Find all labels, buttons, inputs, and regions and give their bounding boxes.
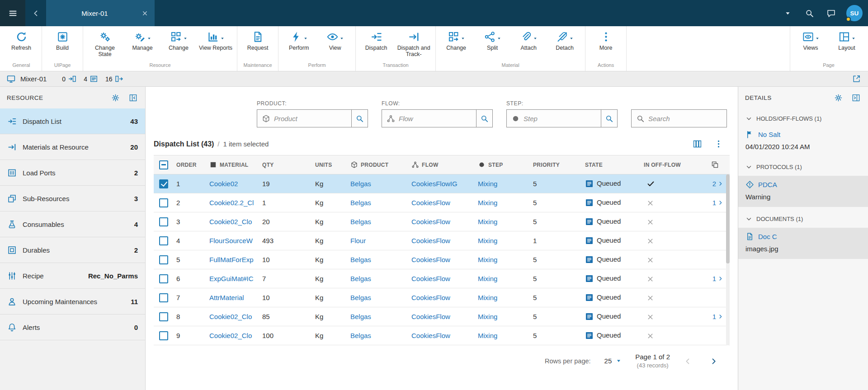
ribbon-button[interactable]: Request — [240, 29, 276, 52]
sidebar-item[interactable]: Recipe Rec_No_Parms — [0, 263, 145, 289]
ribbon-button[interactable]: Layout — [829, 29, 865, 52]
search-input[interactable] — [648, 115, 722, 122]
flow-link[interactable]: CookiesFlow — [411, 275, 450, 282]
column-header[interactable]: QTY — [259, 155, 311, 174]
user-avatar[interactable]: SU — [846, 5, 863, 21]
off-flow-count-link[interactable]: 2 — [712, 180, 723, 188]
column-chooser-button[interactable] — [692, 138, 703, 150]
column-header[interactable]: MATERIAL — [206, 155, 259, 174]
step-link[interactable]: Mixing — [478, 332, 497, 339]
table-row[interactable]: 1 Cookie02 19 Kg Belgas CookiesFlowIG Mi… — [154, 174, 730, 193]
table-row[interactable]: 3 Cookie02_Clo 20 Kg Belgas CookiesFlow … — [154, 212, 730, 231]
product-link[interactable]: Belgas — [350, 256, 371, 263]
global-search-button[interactable] — [799, 0, 819, 26]
prev-page-button[interactable] — [684, 357, 692, 366]
flow-link[interactable]: CookiesFlowIG — [411, 180, 458, 188]
step-link[interactable]: Mixing — [478, 218, 497, 226]
ribbon-button[interactable]: Dispatch — [358, 29, 394, 52]
row-checkbox[interactable] — [159, 312, 168, 321]
product-link[interactable]: Belgas — [350, 294, 371, 301]
ribbon-button[interactable]: View Reports — [197, 29, 235, 52]
ribbon-button[interactable]: View — [317, 29, 353, 52]
sidebar-item[interactable]: Alerts 0 — [0, 315, 145, 340]
column-header[interactable]: PRIORITY — [529, 155, 581, 174]
next-page-button[interactable] — [709, 357, 718, 366]
column-header[interactable]: ORDER — [173, 155, 206, 174]
ribbon-button[interactable]: More — [588, 29, 624, 52]
column-header[interactable]: IN OFF-FLOW — [640, 155, 708, 174]
step-link[interactable]: Mixing — [478, 237, 497, 244]
tab-close-icon[interactable] — [142, 10, 148, 17]
material-link[interactable]: Cookie02_Clo — [209, 218, 252, 226]
material-link[interactable]: Cookie02_Clo — [209, 332, 252, 339]
details-item-link[interactable]: Doc C — [758, 233, 777, 240]
row-checkbox[interactable] — [159, 255, 168, 264]
select-all-checkbox[interactable] — [159, 160, 168, 169]
filter-input[interactable] — [399, 115, 472, 122]
product-link[interactable]: Belgas — [350, 313, 371, 320]
step-link[interactable]: Mixing — [478, 180, 497, 188]
step-link[interactable]: Mixing — [478, 256, 497, 263]
sidebar-item[interactable]: Materials at Resource 20 — [0, 134, 145, 160]
rows-per-page-select[interactable]: 25 — [604, 357, 622, 365]
ribbon-button[interactable]: Change State — [85, 29, 124, 59]
sidebar-item[interactable]: Sub-Resources 3 — [0, 186, 145, 211]
sidebar-collapse-button[interactable] — [128, 93, 138, 103]
popout-button[interactable] — [851, 74, 862, 84]
step-link[interactable]: Mixing — [478, 199, 497, 207]
column-header[interactable]: PRODUCT — [347, 155, 408, 174]
sidebar-settings-button[interactable] — [110, 93, 121, 103]
flow-link[interactable]: CookiesFlow — [411, 237, 450, 244]
row-checkbox[interactable] — [159, 217, 168, 226]
ribbon-button[interactable]: Split — [474, 29, 510, 52]
material-link[interactable]: Cookie02_Clo — [209, 313, 252, 320]
ribbon-button[interactable]: Change — [438, 29, 474, 52]
product-link[interactable]: Belgas — [350, 199, 371, 207]
scrollbar-thumb[interactable] — [726, 174, 730, 263]
details-section-header[interactable]: DOCUMENTS (1) — [738, 209, 868, 228]
sidebar-item[interactable]: Upcoming Maintenances 11 — [0, 289, 145, 315]
details-settings-button[interactable] — [833, 93, 844, 103]
ribbon-button[interactable]: Refresh — [3, 29, 39, 52]
product-link[interactable]: Flour — [350, 237, 366, 244]
flow-link[interactable]: CookiesFlow — [411, 256, 450, 263]
ribbon-button[interactable]: Perform — [281, 29, 317, 52]
table-row[interactable]: 8 Cookie02_Clo 85 Kg Belgas CookiesFlow … — [154, 307, 730, 326]
details-section-header[interactable]: HOLDS/OFF-FLOWS (1) — [738, 108, 868, 127]
row-checkbox[interactable] — [159, 198, 168, 207]
filter-search-button[interactable] — [352, 109, 368, 127]
off-flow-count-link[interactable]: 1 — [712, 199, 723, 207]
column-header[interactable]: STEP — [474, 155, 529, 174]
ribbon-button[interactable]: Views — [793, 29, 829, 52]
workspace-caret-button[interactable] — [778, 0, 797, 26]
ribbon-button[interactable]: Attach — [510, 29, 547, 52]
table-scrollbar[interactable] — [726, 174, 730, 345]
ribbon-button[interactable]: Manage — [124, 29, 160, 52]
off-flow-count-link[interactable]: 1 — [712, 313, 723, 320]
column-header[interactable]: STATE — [581, 155, 640, 174]
back-button[interactable] — [25, 0, 46, 26]
row-checkbox[interactable] — [159, 274, 168, 283]
chat-button[interactable] — [821, 0, 841, 26]
step-link[interactable]: Mixing — [478, 313, 497, 320]
material-link[interactable]: Cookie02.2_Cl — [209, 199, 254, 207]
details-dock-button[interactable] — [851, 93, 861, 103]
flow-link[interactable]: CookiesFlow — [411, 313, 450, 320]
row-checkbox[interactable] — [159, 236, 168, 245]
product-link[interactable]: Belgas — [350, 332, 371, 339]
product-link[interactable]: Belgas — [350, 218, 371, 226]
ribbon-button[interactable]: Dispatch and Track- — [394, 29, 433, 59]
table-row[interactable]: 6 ExpGuiMat#IC 7 Kg Belgas CookiesFlow M… — [154, 269, 730, 288]
ribbon-button[interactable]: Detach — [547, 29, 583, 52]
material-link[interactable]: FullMatForExp — [209, 256, 254, 263]
filter-input[interactable] — [524, 115, 596, 122]
table-row[interactable]: 9 Cookie02_Clo 100 Kg Belgas CookiesFlow… — [154, 326, 730, 345]
material-link[interactable]: Cookie02 — [209, 180, 238, 188]
material-link[interactable]: FlourSourceW — [209, 237, 253, 244]
row-checkbox[interactable] — [159, 179, 168, 188]
flow-link[interactable]: CookiesFlow — [411, 199, 450, 207]
ribbon-button[interactable]: Build — [44, 29, 80, 52]
column-header[interactable]: FLOW — [408, 155, 474, 174]
off-flow-count-link[interactable]: 1 — [712, 275, 723, 282]
tab-mixer-01[interactable]: Mixer-01 — [46, 0, 155, 26]
